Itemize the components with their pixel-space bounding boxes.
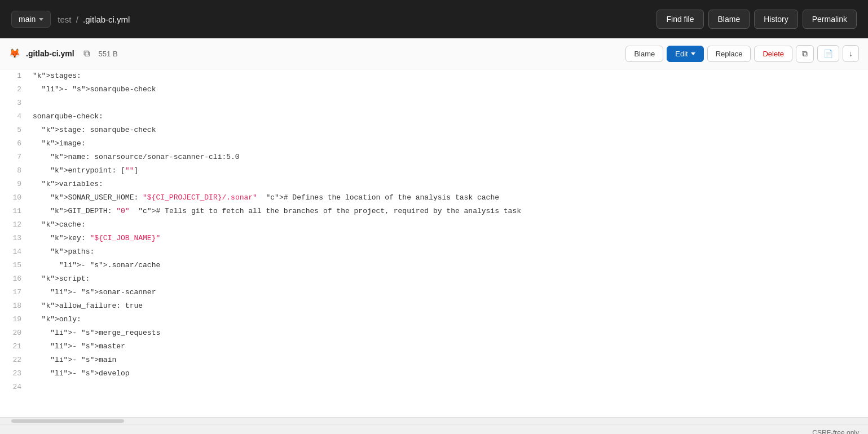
breadcrumb-separator: / [74, 15, 81, 24]
code-table: 1"k">stages:2 "li">- "s">sonarqube-check… [0, 69, 868, 394]
file-name: .gitlab-ci.yml [26, 49, 74, 58]
table-row: 16 "k">script: [0, 272, 868, 286]
file-size: 551 B [99, 50, 118, 58]
code-line-content: "k">paths: [28, 245, 868, 259]
code-line-content: "li">- "s">.sonar/cache [28, 259, 868, 272]
history-button[interactable]: History [754, 10, 798, 29]
replace-file-button[interactable]: Replace [707, 46, 751, 62]
code-line-content: "k">variables: [28, 178, 868, 191]
line-number[interactable]: 14 [0, 245, 28, 259]
code-line-content: sonarqube-check: [28, 110, 868, 123]
code-line-content: "k">only: [28, 313, 868, 326]
code-line-content: "k">SONAR_USER_HOME: "${CI_PROJECT_DIR}/… [28, 191, 868, 205]
table-row: 5 "k">stage: sonarqube-check [0, 123, 868, 137]
blame-file-button[interactable]: Blame [625, 46, 663, 62]
table-row: 8 "k">entrypoint: [""] [0, 164, 868, 178]
breadcrumb-path: test [58, 15, 71, 24]
breadcrumb-filename: .gitlab-ci.yml [83, 15, 130, 24]
table-row: 10 "k">SONAR_USER_HOME: "${CI_PROJECT_DI… [0, 191, 868, 205]
line-number[interactable]: 20 [0, 326, 28, 340]
download-button[interactable]: ↓ [843, 45, 859, 62]
code-line-content: "k">name: sonarsource/sonar-scanner-cli:… [28, 150, 868, 164]
delete-file-button[interactable]: Delete [754, 46, 792, 62]
horizontal-scrollbar[interactable] [0, 417, 868, 424]
table-row: 13 "k">key: "${CI_JOB_NAME}" [0, 232, 868, 245]
code-line-content: "k">stage: sonarqube-check [28, 123, 868, 137]
line-number[interactable]: 21 [0, 340, 28, 353]
breadcrumb: test / .gitlab-ci.yml [58, 15, 130, 24]
scroll-thumb[interactable] [11, 419, 124, 423]
raw-button[interactable]: 📄 [817, 45, 839, 62]
line-number[interactable]: 3 [0, 96, 28, 110]
line-number[interactable]: 16 [0, 272, 28, 286]
code-line-content: "li">- "s">master [28, 340, 868, 353]
line-number[interactable]: 7 [0, 150, 28, 164]
status-text: CSRF-free only [812, 429, 859, 435]
line-number[interactable]: 1 [0, 69, 28, 83]
blame-button[interactable]: Blame [708, 10, 750, 29]
table-row: 2 "li">- "s">sonarqube-check [0, 83, 868, 96]
status-bar: CSRF-free only [0, 424, 868, 434]
line-number[interactable]: 23 [0, 367, 28, 380]
edit-chevron-icon [691, 52, 695, 55]
table-row: 15 "li">- "s">.sonar/cache [0, 259, 868, 272]
table-row: 18 "k">allow_failure: true [0, 299, 868, 313]
line-number[interactable]: 11 [0, 205, 28, 218]
line-number[interactable]: 24 [0, 380, 28, 394]
edit-label: Edit [675, 50, 688, 58]
table-row: 23 "li">- "s">develop [0, 367, 868, 380]
line-number[interactable]: 4 [0, 110, 28, 123]
code-line-content: "k">key: "${CI_JOB_NAME}" [28, 232, 868, 245]
code-line-content: "k">script: [28, 272, 868, 286]
copy-path-button[interactable]: ⧉ [80, 47, 93, 60]
code-line-content: "k">image: [28, 137, 868, 150]
table-row: 17 "li">- "s">sonar-scanner [0, 286, 868, 299]
code-line-content [28, 96, 868, 110]
line-number[interactable]: 6 [0, 137, 28, 150]
table-row: 1"k">stages: [0, 69, 868, 83]
line-number[interactable]: 9 [0, 178, 28, 191]
table-row: 4sonarqube-check: [0, 110, 868, 123]
code-line-content: "li">- "s">develop [28, 367, 868, 380]
line-number[interactable]: 15 [0, 259, 28, 272]
branch-chevron-icon [39, 18, 43, 21]
code-line-content: "k">entrypoint: [""] [28, 164, 868, 178]
branch-selector[interactable]: main [11, 11, 51, 28]
table-row: 19 "k">only: [0, 313, 868, 326]
code-line-content: "k">cache: [28, 218, 868, 232]
code-line-content [28, 380, 868, 394]
top-bar-actions: Find file Blame History Permalink [656, 10, 857, 29]
top-navigation-bar: main test / .gitlab-ci.yml Find file Bla… [0, 0, 868, 38]
table-row: 3 [0, 96, 868, 110]
line-number[interactable]: 22 [0, 353, 28, 367]
line-number[interactable]: 18 [0, 299, 28, 313]
line-number[interactable]: 8 [0, 164, 28, 178]
table-row: 7 "k">name: sonarsource/sonar-scanner-cl… [0, 150, 868, 164]
edit-file-button[interactable]: Edit [667, 46, 703, 62]
code-line-content: "li">- "s">sonar-scanner [28, 286, 868, 299]
copy-raw-button[interactable]: ⧉ [796, 45, 814, 63]
line-number[interactable]: 10 [0, 191, 28, 205]
table-row: 11 "k">GIT_DEPTH: "0" "c"># Tells git to… [0, 205, 868, 218]
code-line-content: "li">- "s">main [28, 353, 868, 367]
find-file-button[interactable]: Find file [656, 10, 703, 29]
line-number[interactable]: 19 [0, 313, 28, 326]
table-row: 12 "k">cache: [0, 218, 868, 232]
permalink-button[interactable]: Permalink [803, 10, 857, 29]
table-row: 24 [0, 380, 868, 394]
line-number[interactable]: 13 [0, 232, 28, 245]
line-number[interactable]: 12 [0, 218, 28, 232]
table-row: 21 "li">- "s">master [0, 340, 868, 353]
line-number[interactable]: 2 [0, 83, 28, 96]
table-row: 22 "li">- "s">main [0, 353, 868, 367]
code-line-content: "k">GIT_DEPTH: "0" "c"># Tells git to fe… [28, 205, 868, 218]
branch-name: main [19, 15, 36, 24]
line-number[interactable]: 5 [0, 123, 28, 137]
code-line-content: "k">allow_failure: true [28, 299, 868, 313]
table-row: 6 "k">image: [0, 137, 868, 150]
line-number[interactable]: 17 [0, 286, 28, 299]
table-row: 9 "k">variables: [0, 178, 868, 191]
code-viewer: 1"k">stages:2 "li">- "s">sonarqube-check… [0, 69, 868, 417]
code-line-content: "k">stages: [28, 69, 868, 83]
file-header-actions: Blame Edit Replace Delete ⧉ 📄 ↓ [625, 45, 859, 63]
